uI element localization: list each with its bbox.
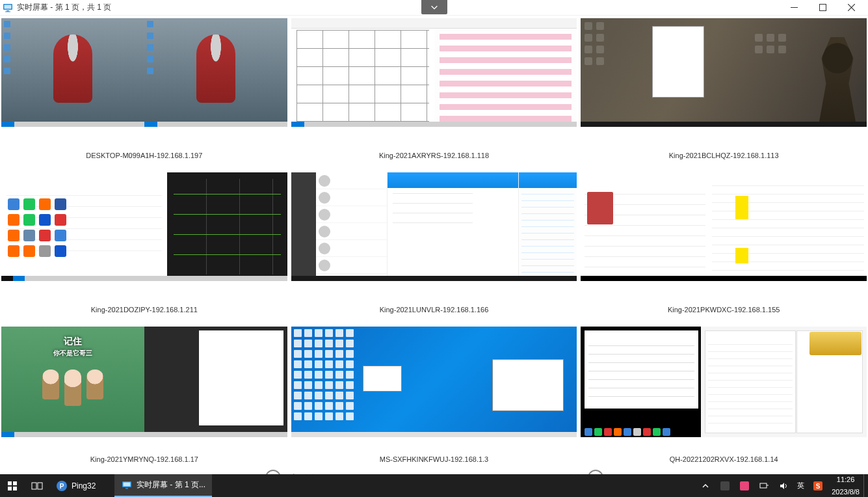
start-button[interactable] <box>0 474 25 497</box>
svg-rect-19 <box>760 483 767 488</box>
start-icon <box>7 480 18 492</box>
minimize-icon <box>791 4 798 11</box>
screen-thumbnail[interactable] <box>1 172 287 281</box>
volume-icon <box>778 480 789 492</box>
content-area: DESKTOP-M099A1H-192.168.1.197 King-2021A… <box>0 16 868 474</box>
screen-label: King-2021AXRYRS-192.168.1.118 <box>379 152 489 159</box>
tray-icon[interactable] <box>735 474 754 497</box>
titlebar: 实时屏幕 - 第 1 页，共 1 页 <box>0 0 868 16</box>
taskbar: P Ping32 实时屏幕 - 第 1 页... <box>0 474 868 497</box>
dropdown-tab[interactable] <box>421 0 447 14</box>
screen-cell: QH-20221202RXVX-192.168.1.14 <box>581 327 867 466</box>
tray-icon[interactable]: S <box>808 474 828 497</box>
maximize-icon <box>819 4 826 11</box>
taskbar-clock[interactable]: 11:26 2023/8/8 <box>828 474 863 497</box>
window-controls <box>780 0 865 16</box>
app-tray-icon <box>719 480 731 492</box>
screen-thumbnail[interactable] <box>291 18 577 127</box>
screen-grid: DESKTOP-M099A1H-192.168.1.197 King-2021A… <box>1 18 867 466</box>
arrow-left-icon <box>265 470 281 474</box>
taskbar-app-label: Ping32 <box>72 481 96 490</box>
screen-cell: King-2021DOZIPY-192.168.1.211 <box>1 172 287 325</box>
screen-thumbnail[interactable] <box>581 172 867 281</box>
screen-label: King-2021YMRYNQ-192.168.1.17 <box>90 455 198 463</box>
close-icon <box>848 4 855 11</box>
svg-rect-18 <box>740 481 749 490</box>
screen-thumbnail[interactable] <box>291 172 577 281</box>
svg-rect-16 <box>125 488 128 489</box>
next-page-button[interactable]: 下一页 <box>551 468 607 474</box>
network-icon <box>758 480 770 492</box>
window-title: 实时屏幕 - 第 1 页，共 1 页 <box>17 2 111 13</box>
svg-rect-8 <box>8 487 12 490</box>
screen-cell: King-2021AXRYRS-192.168.1.118 <box>291 18 577 171</box>
overlay-text: 记住 <box>64 336 82 347</box>
screen-label: King-2021BCLHQZ-192.168.1.113 <box>669 152 779 159</box>
ping32-icon: P <box>56 480 68 492</box>
svg-rect-15 <box>124 482 131 486</box>
arrow-right-icon <box>588 470 603 474</box>
taskbar-app-label: 实时屏幕 - 第 1 页... <box>137 479 205 490</box>
screen-thumbnail[interactable] <box>291 327 577 437</box>
screen-thumbnail[interactable] <box>1 18 287 127</box>
screen-label: DESKTOP-M099A1H-192.168.1.197 <box>86 152 202 159</box>
svg-rect-10 <box>32 483 36 489</box>
svg-rect-17 <box>720 481 730 490</box>
svg-rect-1 <box>5 5 12 8</box>
svg-rect-11 <box>38 483 42 489</box>
task-view-button[interactable] <box>25 474 49 497</box>
svg-rect-4 <box>791 7 798 8</box>
close-button[interactable] <box>837 0 865 16</box>
tray-ime[interactable]: 英 <box>793 474 808 497</box>
pink-app-icon <box>739 480 750 492</box>
svg-rect-3 <box>5 11 10 12</box>
monitor-icon <box>121 479 133 491</box>
pager: 上一页 下一页 <box>1 466 867 474</box>
screen-thumbnail[interactable] <box>581 327 867 437</box>
clock-time: 11:26 <box>837 476 855 484</box>
minimize-button[interactable] <box>780 0 808 16</box>
screen-thumbnail[interactable]: 记住 你不是它哥三 <box>1 327 287 437</box>
taskbar-left: P Ping32 实时屏幕 - 第 1 页... <box>0 474 212 497</box>
tray-overflow-button[interactable] <box>696 474 715 497</box>
screen-label: MS-SXFHKINKFWUJ-192.168.1.3 <box>380 455 489 463</box>
clock-date: 2023/8/8 <box>832 488 860 496</box>
screen-label: King-2021LUNVLR-192.168.1.166 <box>380 306 489 314</box>
sogou-icon: S <box>812 480 824 492</box>
screen-cell: MS-SXFHKINKFWUJ-192.168.1.3 <box>291 327 577 466</box>
screen-cell: King-2021LUNVLR-192.168.1.166 <box>291 172 577 325</box>
taskbar-app-ping32[interactable]: P Ping32 <box>49 474 114 497</box>
svg-rect-5 <box>819 5 826 11</box>
chevron-down-icon <box>430 3 439 12</box>
tray-network[interactable] <box>754 474 774 497</box>
svg-rect-2 <box>7 10 9 12</box>
screen-cell: DESKTOP-M099A1H-192.168.1.197 <box>1 18 287 171</box>
svg-rect-9 <box>13 487 17 490</box>
svg-rect-7 <box>13 481 17 485</box>
show-desktop-button[interactable] <box>863 474 868 497</box>
overlay-text: 你不是它哥三 <box>53 349 92 358</box>
svg-rect-6 <box>8 481 12 485</box>
tray-icon[interactable] <box>715 474 735 497</box>
tray-volume[interactable] <box>774 474 793 497</box>
taskbar-right: 英 S 11:26 2023/8/8 <box>696 474 868 497</box>
screen-cell: King-2021PKWDXC-192.168.1.155 <box>581 172 867 325</box>
svg-text:S: S <box>816 483 821 490</box>
monitor-icon <box>3 3 13 13</box>
screen-cell: 记住 你不是它哥三 King-2021YMRYNQ-192.168.1.17 <box>1 327 287 466</box>
chevron-up-icon <box>700 480 711 492</box>
screen-thumbnail[interactable] <box>581 18 867 127</box>
taskbar-app-realtime[interactable]: 实时屏幕 - 第 1 页... <box>114 474 212 497</box>
task-view-icon <box>31 480 43 492</box>
screen-label: QH-20221202RXVX-192.168.1.14 <box>670 455 778 463</box>
screen-label: King-2021PKWDXC-192.168.1.155 <box>668 306 780 314</box>
screen-label: King-2021DOZIPY-192.168.1.211 <box>91 306 198 314</box>
screen-cell: King-2021BCLHQZ-192.168.1.113 <box>581 18 867 171</box>
prev-page-button[interactable]: 上一页 <box>261 468 317 474</box>
svg-text:P: P <box>60 483 64 490</box>
maximize-button[interactable] <box>808 0 837 16</box>
ime-label: 英 <box>797 481 804 490</box>
